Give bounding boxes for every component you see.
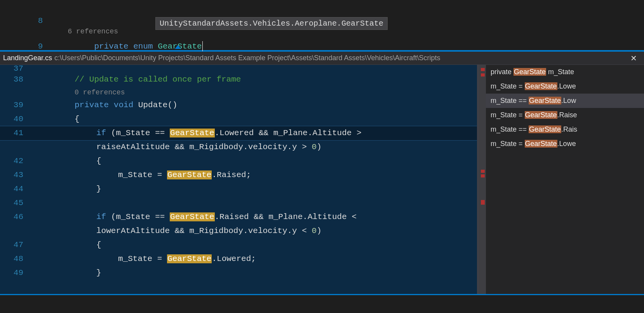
code-line: raiseAtAltitude && m_Rigidbody.velocity.… [0,140,477,154]
highlight-match: GearState [525,111,557,119]
reference-item[interactable]: m_State = GearState.Lowe [486,137,644,151]
code-line: 44} [0,182,477,196]
code-line: 37 [0,65,477,73]
line-number: 40 [0,112,31,126]
code-line: 43m_State = GearState.Raised; [0,168,477,182]
highlight-match: GearState [513,68,546,76]
quickinfo-tooltip: UnityStandardAssets.Vehicles.Aeroplane.G… [155,17,388,30]
close-icon[interactable]: ✕ [630,54,637,63]
reference-item[interactable]: m_State = GearState.Raise [486,108,644,122]
highlight-match: GearState [167,254,212,263]
line-number: 46 [0,210,31,224]
highlight-match: GearState [170,212,214,221]
highlight-match: GearState [167,170,212,179]
scrollbar-mark[interactable] [481,73,485,77]
line-number: 42 [0,154,31,168]
codelens-row[interactable]: 0 references [0,87,477,98]
line-number: 37 [0,65,31,73]
line-number: 43 [0,168,31,182]
text-caret [202,41,203,51]
peek-filename[interactable]: LandingGear.cs [3,54,52,62]
keyword: private [94,42,128,51]
code-line: 39private void Update() [0,98,477,112]
code-line: 38// Update is called once per frame [0,73,477,87]
reference-item[interactable]: m_State == GearState.Rais [486,122,644,137]
reference-item[interactable]: m_State = GearState.Lowe [486,79,644,94]
scrollbar-track[interactable] [479,65,486,294]
code-line: 40{ [0,112,477,126]
line-number: 49 [0,266,31,280]
codelens-references[interactable]: 0 references [75,89,125,96]
code-line: 46if (m_State == GearState.Raised && m_P… [0,210,477,224]
highlight-match: GearState [170,129,214,137]
highlight-match: GearState [529,97,561,104]
line-number: 48 [0,252,31,266]
line-number: 41 [0,126,31,140]
peek-border-bottom [0,294,644,295]
keyword: enum [133,42,153,51]
code-line: 47{ [0,238,477,252]
highlight-match: GearState [525,82,557,90]
line-number: 47 [0,238,31,252]
codelens-references[interactable]: 6 references [19,28,118,35]
reference-item-selected[interactable]: m_State == GearState.Low [486,94,644,108]
highlight-match: GearState [525,140,557,148]
code-line: 49} [0,266,477,280]
scrollbar-mark[interactable] [481,170,485,173]
scrollbar-mark[interactable] [481,68,485,71]
comment: // Update is called once per frame [75,75,241,84]
scrollbar-mark[interactable] [481,174,485,177]
peek-source-pane: 8 6 references 9private enum GearState U… [0,0,644,50]
code-line-current[interactable]: 41if (m_State == GearState.Lowered && m_… [0,126,477,140]
line-number: 44 [0,182,31,196]
peek-pointer-icon [175,45,181,49]
code-line: 45 [0,196,477,210]
peek-body: 37 38// Update is called once per frame … [0,65,644,294]
line-number: 39 [0,98,31,112]
reference-item[interactable]: private GearState m_State [486,65,644,79]
scrollbar-mark[interactable] [481,200,485,205]
line-number: 45 [0,196,31,210]
references-list[interactable]: private GearState m_State m_State = Gear… [486,65,644,294]
line-number: 38 [0,73,31,87]
peek-filepath: c:\Users\Public\Documents\Unity Projects… [54,54,440,62]
peek-editor[interactable]: 37 38// Update is called once per frame … [0,65,477,294]
code-line: 42{ [0,154,477,168]
code-line: 8 [0,0,644,14]
peek-title-bar: LandingGear.cs c:\Users\Public\Documents… [0,52,644,65]
highlight-match: GearState [529,125,561,133]
code-line: 48m_State = GearState.Lowered; [0,252,477,266]
code-line: lowerAtAltitude && m_Rigidbody.velocity.… [0,224,477,238]
